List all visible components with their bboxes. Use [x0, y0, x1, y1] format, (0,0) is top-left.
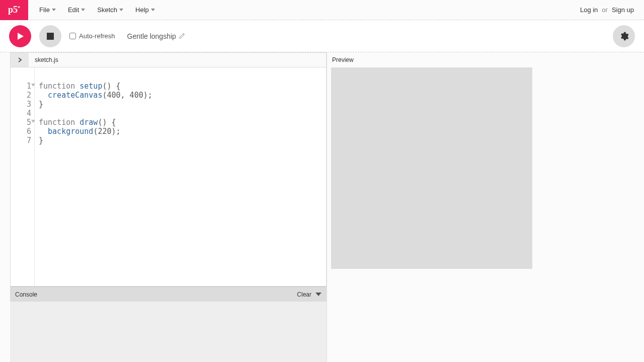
- stop-icon: [47, 33, 54, 40]
- line-number: 3: [11, 100, 31, 109]
- menu-sketch-label: Sketch: [97, 6, 117, 14]
- line-number: 7: [11, 136, 31, 145]
- logo-text: p5: [8, 5, 18, 15]
- line-gutter: 1 2 3 4 5 6 7: [11, 67, 35, 286]
- preview-header: Preview: [331, 52, 644, 67]
- play-icon: [16, 32, 25, 41]
- menu-sketch[interactable]: Sketch: [91, 6, 129, 14]
- signup-link[interactable]: Sign up: [612, 6, 634, 14]
- auto-refresh-checkbox[interactable]: [69, 33, 76, 39]
- line-number: 1: [11, 82, 31, 91]
- stop-button[interactable]: [39, 25, 61, 47]
- menu-edit-label: Edit: [68, 6, 79, 14]
- console-title: Console: [15, 291, 37, 298]
- auto-refresh-label: Auto-refresh: [79, 32, 115, 40]
- logo-star: *: [18, 5, 20, 11]
- console-actions: Clear: [297, 291, 321, 298]
- svg-marker-0: [18, 33, 24, 40]
- sketch-name[interactable]: Gentle longship: [127, 32, 185, 40]
- menu-help-label: Help: [135, 6, 149, 14]
- auth-or: or: [602, 6, 608, 14]
- sketch-name-text: Gentle longship: [127, 32, 176, 40]
- line-number: 5: [11, 118, 31, 127]
- sidebar-expand-button[interactable]: [11, 53, 29, 67]
- line-number: 4: [11, 109, 31, 118]
- workspace: sketch.js 1 2 3 4 5 6 7 function setup()…: [0, 52, 644, 362]
- pencil-icon: [179, 32, 185, 40]
- menu-file[interactable]: File: [33, 6, 62, 14]
- right-pane: Preview: [327, 52, 644, 362]
- menu-help[interactable]: Help: [129, 6, 161, 14]
- code-editor[interactable]: 1 2 3 4 5 6 7 function setup() { createC…: [10, 67, 327, 286]
- fold-icon[interactable]: [31, 120, 35, 123]
- console-body[interactable]: [10, 302, 327, 362]
- main-menu: File Edit Sketch Help: [28, 6, 580, 14]
- caret-down-icon: [151, 9, 155, 11]
- chevron-right-icon: [17, 57, 22, 63]
- toolbar: Auto-refresh Gentle longship: [0, 20, 644, 52]
- caret-down-icon: [119, 9, 123, 11]
- settings-button[interactable]: [613, 25, 635, 47]
- auto-refresh-toggle[interactable]: Auto-refresh: [69, 32, 115, 40]
- auth-links: Log in or Sign up: [580, 6, 644, 14]
- console-header: Console Clear: [10, 286, 327, 302]
- caret-down-icon: [81, 9, 85, 11]
- menu-edit[interactable]: Edit: [62, 6, 91, 14]
- file-tab[interactable]: sketch.js: [29, 56, 58, 63]
- line-number: 6: [11, 127, 31, 136]
- play-button[interactable]: [9, 25, 31, 47]
- code-content[interactable]: function setup() { createCanvas(400, 400…: [35, 67, 156, 286]
- left-pane: sketch.js 1 2 3 4 5 6 7 function setup()…: [10, 52, 327, 362]
- login-link[interactable]: Log in: [580, 6, 598, 14]
- preview-title: Preview: [332, 56, 354, 63]
- chevron-down-icon[interactable]: [315, 293, 321, 296]
- line-number: 2: [11, 91, 31, 100]
- menu-file-label: File: [39, 6, 50, 14]
- console-clear-button[interactable]: Clear: [297, 291, 311, 298]
- fold-icon[interactable]: [31, 84, 35, 87]
- gear-icon: [619, 31, 629, 41]
- p5-logo[interactable]: p5*: [0, 0, 28, 20]
- caret-down-icon: [52, 9, 56, 11]
- file-tab-row: sketch.js: [10, 52, 327, 67]
- topbar: p5* File Edit Sketch Help Log in or Sign…: [0, 0, 644, 20]
- preview-canvas: [331, 67, 532, 269]
